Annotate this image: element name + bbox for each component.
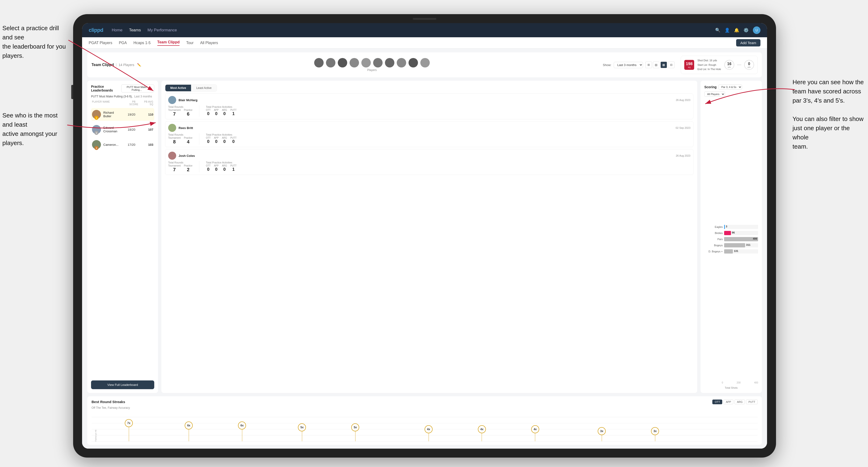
player-avatars-row: Players <box>145 58 599 72</box>
navbar: clippd Home Teams My Performance 🔍 👤 🔔 ⚙… <box>82 23 767 37</box>
sub-nav-pgat[interactable]: PGAT Players <box>89 41 112 45</box>
avatar-5 <box>361 58 371 67</box>
lb-player-avg-2: 107 <box>140 128 153 131</box>
chevron-down-icon: ▾ <box>151 87 152 90</box>
annotation-bottom-left: See who is the most and leastactive amon… <box>2 111 68 148</box>
streak-dot-1: 7x <box>125 419 133 441</box>
bar-label-eagles: Eagles <box>707 225 723 228</box>
show-label: Show: <box>603 63 611 67</box>
lb-header-avg-sq: PB AVG SQ <box>140 100 153 106</box>
settings-icon[interactable]: ⚙️ <box>743 28 749 33</box>
pac-avatar-1 <box>168 96 176 104</box>
bar-val-pars: 499 <box>753 237 757 240</box>
player-count: 14 Players <box>119 63 134 67</box>
pac-date-2: 02 Sep 2023 <box>676 126 690 129</box>
avatar-3 <box>338 58 347 67</box>
lb-row-1: 1 Richard Butler 19/20 110 <box>91 108 154 121</box>
bar-fill-bogeys <box>724 243 745 247</box>
practice-leaderboard-panel: Practice Leaderboards PUTT Must Make Put… <box>87 81 158 393</box>
lb-player-name-3: Cameron... <box>103 143 123 147</box>
team-header: Team Clippd | 14 Players ✏️ <box>87 52 762 77</box>
show-dropdown[interactable]: Last 3 months <box>614 62 643 68</box>
shot-circle-separator <box>737 65 741 65</box>
streak-dot-9: 3x <box>598 427 606 441</box>
scoring-filter-1[interactable]: Par 3, 4 & 5s <box>718 85 742 90</box>
bar-row-eagles: Eagles 3 <box>707 225 758 229</box>
bar-val-dbogeys: 131 <box>734 250 738 252</box>
nav-performance[interactable]: My Performance <box>148 28 177 33</box>
bar-container-dbogeys: 131 <box>724 249 758 253</box>
bar-label-pars: Pars <box>707 238 723 241</box>
person-icon[interactable]: 👤 <box>724 28 730 33</box>
activity-panel: Most Active Least Active Blair McHarg 26… <box>161 81 697 393</box>
streak-dot-10: 3x <box>651 427 659 441</box>
edit-icon[interactable]: ✏️ <box>137 63 141 67</box>
streak-dot-3: 6x <box>238 422 246 441</box>
streak-chart: % Fairways Hit 7x 6x <box>92 411 757 441</box>
shot-start-lie: Start Lie: Rough <box>698 63 721 67</box>
lb-header-player-name: PLAYER NAME <box>92 100 127 106</box>
nav-teams[interactable]: Teams <box>129 28 141 33</box>
most-active-tab[interactable]: Most Active <box>165 85 191 91</box>
add-team-button[interactable]: Add Team <box>736 39 761 46</box>
shot-circle-1-label: yds <box>728 66 731 68</box>
pac-rounds-2: Total Rounds Tournament 8 Practice 4 <box>168 133 192 145</box>
view-icons: ⊞ ▤ ▦ ⊟ <box>645 62 675 68</box>
bell-icon[interactable]: 🔔 <box>734 28 739 33</box>
sub-nav-team-clippd[interactable]: Team Clippd <box>157 40 180 46</box>
least-active-tab[interactable]: Least Active <box>191 85 217 91</box>
detail-view-icon[interactable]: ⊟ <box>668 62 675 68</box>
filter-arg[interactable]: ARG <box>735 400 745 404</box>
navbar-icons: 🔍 👤 🔔 ⚙️ U <box>715 26 761 34</box>
bar-label-bogeys: Bogeys <box>707 244 723 247</box>
sub-nav-pga[interactable]: PGA <box>119 41 127 45</box>
avatar-9 <box>408 58 418 67</box>
lb-player-avg-3: 103 <box>140 143 153 147</box>
sub-nav-tour[interactable]: Tour <box>186 41 193 45</box>
scoring-header: Scoring Par 3, 4 & 5s All Players <box>704 85 758 97</box>
card-view-icon[interactable]: ▦ <box>660 62 667 68</box>
bottom-subtitle: Off The Tee, Fairway Accuracy <box>92 406 757 409</box>
lb-dropdown-button[interactable]: PUTT Must Make Putting... ▾ <box>121 85 154 92</box>
drill-subtitle: PUTT Must Make Putting (3-6 ft), Last 3 … <box>91 95 154 98</box>
shot-info: Shot Dist: 16 yds Start Lie: Rough End L… <box>698 58 721 71</box>
sub-nav-hcaps[interactable]: Hcaps 1-5 <box>133 41 151 45</box>
pac-rounds-3: Total Rounds Tournament 7 Practice 2 <box>168 161 192 173</box>
bar-row-dbogeys: D. Bogeys + 131 <box>707 249 758 253</box>
lb-player-score-3: 17/20 <box>125 143 138 147</box>
list-view-icon[interactable]: ▤ <box>653 62 659 68</box>
lb-avatar-3: 3 <box>92 140 101 149</box>
nav-home[interactable]: Home <box>112 28 122 33</box>
streak-dot-7: 4x <box>478 425 486 441</box>
bar-row-pars: Pars 499 <box>707 237 758 241</box>
logo: clippd <box>89 27 103 33</box>
lb-rank-badge-2: 2 <box>95 131 99 135</box>
show-controls: Show: Last 3 months ⊞ ▤ ▦ ⊟ <box>603 62 675 68</box>
sub-nav-all-players[interactable]: All Players <box>200 41 218 45</box>
lb-avatar-1: 1 <box>92 110 101 119</box>
total-shots-label: Total Shots <box>704 386 758 389</box>
grid-view-icon[interactable]: ⊞ <box>645 62 652 68</box>
shot-end-lie: End Lie: In The Hole <box>698 67 721 71</box>
lb-header: Practice Leaderboards PUTT Must Make Put… <box>91 85 154 92</box>
pac-name-3: Josh Coles <box>179 154 673 158</box>
lb-header-pb-score: PB SCORE <box>127 100 140 106</box>
pac-avatar-3 <box>168 152 176 160</box>
avatar-10 <box>420 58 430 67</box>
filter-putt[interactable]: PUTT <box>746 400 757 404</box>
scoring-title: Scoring <box>704 85 717 89</box>
scoring-x-axis: 0 200 400 <box>704 381 758 384</box>
pac-activities-2: Total Practice Activities OTT 0 APP 0 <box>206 133 237 145</box>
streak-dot-8: 4x <box>531 425 539 441</box>
user-avatar[interactable]: U <box>753 26 761 34</box>
pac-name-1: Blair McHarg <box>179 98 673 102</box>
players-label: Players <box>367 68 377 72</box>
view-full-leaderboard-button[interactable]: View Full Leaderboard <box>91 380 154 389</box>
search-icon[interactable]: 🔍 <box>715 28 720 33</box>
filter-ott[interactable]: OTT <box>712 400 722 404</box>
scoring-filter-2[interactable]: All Players <box>704 92 725 97</box>
filter-app[interactable]: APP <box>723 400 733 404</box>
bar-row-birdies: Birdies 96 <box>707 231 758 235</box>
bottom-header: Best Round Streaks OTT APP ARG PUTT <box>92 400 757 404</box>
team-title-block: Team Clippd | 14 Players ✏️ <box>92 63 141 67</box>
